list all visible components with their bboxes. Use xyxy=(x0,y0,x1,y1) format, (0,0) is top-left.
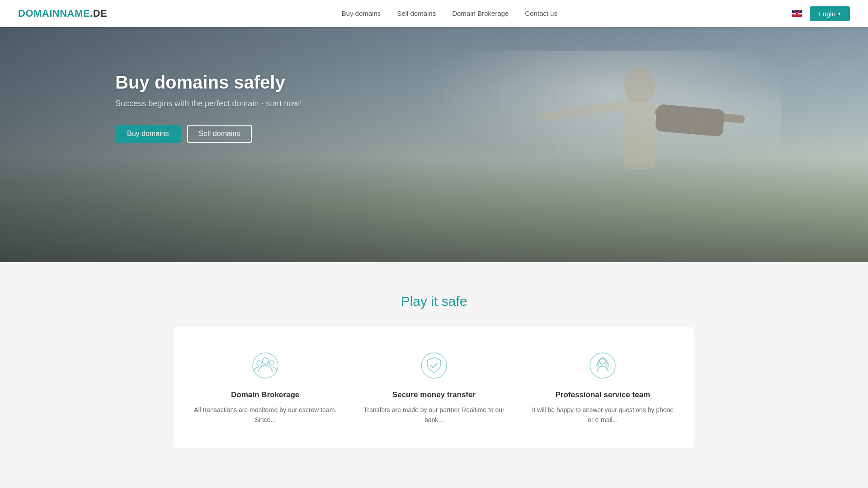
cards-grid: Domain Brokerage All transactions are mo… xyxy=(188,345,680,430)
nav-sell-domains[interactable]: Sell domains xyxy=(397,9,436,17)
secure-money-title: Secure money transfer xyxy=(392,390,476,399)
svg-point-6 xyxy=(262,358,269,364)
hero-section: Buy domains safely Success begins with t… xyxy=(0,27,868,262)
secure-money-card: Secure money transfer Transfers are made… xyxy=(356,345,511,430)
svg-point-5 xyxy=(253,353,278,378)
domain-brokerage-card: Domain Brokerage All transactions are mo… xyxy=(188,345,343,430)
people-icon xyxy=(250,350,281,381)
hero-content: Buy domains safely Success begins with t… xyxy=(0,27,868,143)
chevron-down-icon: ▾ xyxy=(838,11,841,17)
professional-team-card: Professional service team It will be hap… xyxy=(525,345,680,430)
professional-team-text: It will be happy to answer your question… xyxy=(530,405,676,425)
features-section: Play it safe Domain Broke xyxy=(0,262,868,466)
section-title: Play it safe xyxy=(18,294,850,309)
nav-links: Buy domains Sell domains Domain Brokerag… xyxy=(342,9,557,18)
nav-domain-brokerage[interactable]: Domain Brokerage xyxy=(452,9,509,17)
nav-contact-us[interactable]: Contact us xyxy=(525,9,557,17)
nav-right: Login ▾ xyxy=(792,6,850,21)
hero-title: Buy domains safely xyxy=(115,72,868,93)
login-button[interactable]: Login ▾ xyxy=(810,6,850,21)
svg-point-8 xyxy=(269,361,274,365)
language-flag-icon[interactable] xyxy=(792,10,802,17)
hero-buttons: Buy domains Sell domains xyxy=(115,125,868,143)
domain-brokerage-text: All transactions are monitored by our es… xyxy=(192,405,338,425)
domain-brokerage-title: Domain Brokerage xyxy=(231,390,299,399)
svg-point-7 xyxy=(257,361,261,365)
svg-point-9 xyxy=(421,353,447,378)
navbar: DOMAINNAME.DE Buy domains Sell domains D… xyxy=(0,0,868,27)
svg-point-10 xyxy=(590,353,615,378)
logo-text: DOMAINNAME.DE xyxy=(18,8,107,19)
shield-check-icon xyxy=(418,350,450,381)
hero-buy-domains-button[interactable]: Buy domains xyxy=(115,125,181,143)
support-icon xyxy=(587,350,618,381)
professional-team-title: Professional service team xyxy=(555,390,650,399)
nav-buy-domains[interactable]: Buy domains xyxy=(342,9,381,17)
cards-wrapper: Domain Brokerage All transactions are mo… xyxy=(174,327,694,448)
secure-money-text: Transfers are made by our partner Realti… xyxy=(361,405,507,425)
hero-subtitle: Success begins with the perfect domain -… xyxy=(115,99,868,108)
logo[interactable]: DOMAINNAME.DE xyxy=(18,8,107,19)
hero-sell-domains-button[interactable]: Sell domains xyxy=(187,125,252,143)
